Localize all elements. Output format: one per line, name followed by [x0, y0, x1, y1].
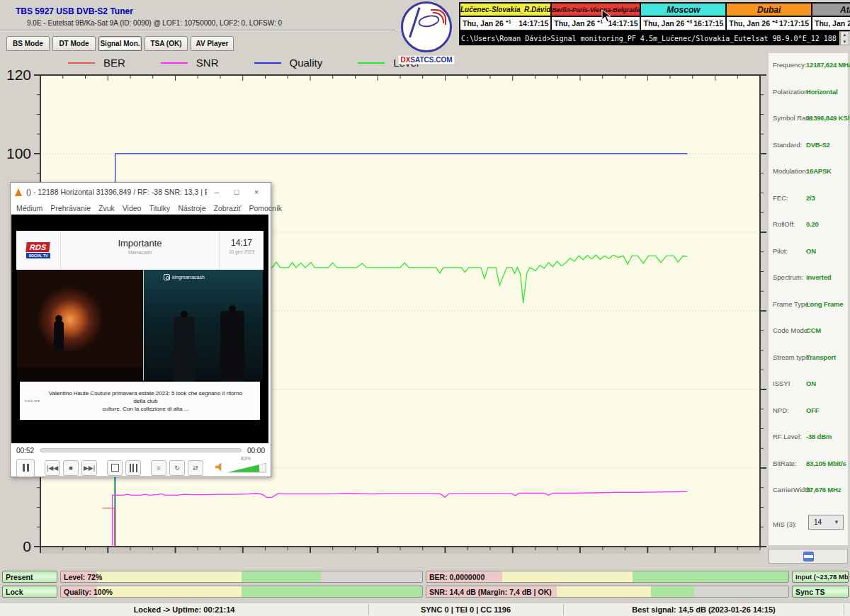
caption-line: Valentino Haute Couture primavera estate… — [45, 389, 246, 405]
scroll-up-icon[interactable]: ▲ — [843, 32, 847, 38]
silhouette-figure — [54, 321, 64, 350]
y-tick-label: 120 — [0, 66, 31, 84]
clock-date: Thu, Jan 26 — [554, 19, 595, 28]
param-value: CCM — [806, 326, 821, 334]
param-row: Pilot:ON — [769, 247, 848, 257]
param-value: DVB-S2 — [806, 141, 830, 149]
video-frames: kingmarracash — [17, 270, 263, 380]
clock-city-name: Moscow — [641, 4, 725, 17]
legend-item-ber: BER — [68, 57, 125, 69]
vlc-player-window[interactable]: () - 12188 Horizontal 31396,849 / RF: -3… — [10, 182, 271, 477]
param-row: Polarization:Horizontal — [769, 88, 848, 98]
menu-item-video[interactable]: Video — [123, 204, 142, 212]
utc-offset: +3 — [686, 19, 692, 24]
param-label: Standard: — [773, 141, 802, 149]
legend-item-quality: Quality — [254, 57, 323, 69]
seek-slider[interactable] — [40, 448, 242, 452]
param-row: Spectrum:Inverted — [769, 273, 848, 283]
rds-social-tv-logo: RDS SOCIAL TV — [16, 231, 61, 270]
menu-item-prehrvanie[interactable]: Prehrávanie — [50, 204, 91, 212]
status-divider — [368, 604, 369, 615]
param-row: Standard:DVB-S2 — [769, 141, 848, 151]
terminal-scrollbar[interactable]: ▲▼ — [840, 31, 849, 45]
clock-city-name: Dubai — [727, 4, 811, 17]
y-tick-label: 0 — [0, 537, 31, 556]
param-value: 16APSK — [806, 167, 832, 175]
param-value: 31396,849 KS/s — [806, 114, 850, 122]
close-button[interactable]: × — [246, 188, 266, 196]
param-label: Pilot: — [773, 247, 788, 255]
pause-button[interactable] — [16, 459, 35, 477]
volume-slider[interactable] — [227, 463, 266, 473]
param-label: Stream type: — [773, 353, 811, 361]
legend-swatch — [254, 62, 281, 64]
playlist-button[interactable]: ≡ — [151, 460, 166, 476]
param-value: 12187,624 MHz — [806, 61, 850, 69]
param-row: Symbol Rate:31396,849 KS/s — [769, 114, 848, 124]
rds-logo-red: RDS — [26, 242, 51, 252]
param-label: Spectrum: — [773, 273, 803, 281]
param-row: BitRate:83,105 Mbit/s — [769, 460, 848, 469]
elapsed-time: 00:52 — [16, 447, 34, 455]
param-row: Stream type:Transport — [769, 353, 848, 363]
volume-percent: 83% — [241, 456, 251, 461]
mis-dropdown[interactable]: 14 ▼ — [808, 515, 844, 530]
minimize-button[interactable]: – — [207, 188, 227, 196]
utc-offset: +4 — [772, 19, 778, 24]
equalizer-button[interactable] — [125, 460, 141, 476]
menu-item-nstroje[interactable]: Nástroje — [178, 204, 205, 212]
clock-2: Berlin-Paris-Vienna-BelgradeThu, Jan 26+… — [552, 4, 641, 30]
dxsatcs-logo: DXSATCS.COM — [394, 1, 459, 62]
param-label: Modulation: — [773, 167, 808, 175]
caption-band: VOGUE Valentino Haute Couture primavera … — [20, 382, 260, 420]
clock-city-name: Berlin-Paris-Vienna-Belgrade — [552, 4, 640, 17]
logo-ring — [401, 1, 452, 52]
menu-item-mdium[interactable]: Médium — [16, 204, 42, 212]
tbs-tuner-app: TBS 5927 USB DVB-S2 Tuner 9.0E - Eutelsa… — [0, 0, 850, 616]
video-frame-sunset — [17, 270, 143, 380]
legend-item-snr: SNR — [161, 57, 219, 69]
tab-dt-mode[interactable]: DT Mode — [52, 36, 96, 51]
status-bar: Locked -> Uptime: 00:21:14 SYNC 0 | TEI … — [0, 602, 850, 616]
chevron-down-icon: ▼ — [834, 519, 843, 525]
loop-button[interactable]: ↻ — [169, 460, 185, 476]
logo-text: DXSATCS.COM — [398, 55, 454, 64]
menu-item-pomocnk[interactable]: Pomocník — [249, 204, 282, 212]
legend-swatch — [161, 62, 188, 64]
param-value: Long Frame — [806, 300, 843, 308]
clock-3: MoscowThu, Jan 26+316:17:15 — [641, 4, 727, 30]
param-label: Polarization: — [773, 88, 810, 96]
mouse-cursor — [601, 9, 611, 23]
input-indicator: Input (~23,78 Mbps) — [792, 571, 849, 583]
menu-item-titulky[interactable]: Titulky — [149, 204, 170, 212]
param-value: ON — [806, 380, 816, 387]
tab-signal-mon-[interactable]: Signal Mon. — [98, 36, 142, 51]
shuffle-button[interactable]: ⇄ — [188, 460, 203, 476]
menu-item-zobrazi[interactable]: Zobraziť — [213, 204, 241, 212]
tab-av-player[interactable]: AV Player — [191, 36, 234, 51]
tab-tsa-ok-[interactable]: TSA (OK) — [144, 36, 188, 51]
command-prompt[interactable]: C:\Users\Roman Dávid>Signal monitoring_P… — [459, 31, 839, 45]
vlc-titlebar[interactable]: () - 12188 Horizontal 31396,849 / RF: -3… — [11, 183, 271, 201]
clock-date: Thu, Jan 26 — [815, 19, 850, 28]
legend-label: Quality — [290, 57, 323, 69]
param-row: RollOff:0.20 — [769, 220, 848, 230]
volume-control[interactable]: 83% — [215, 463, 271, 473]
param-value: 0.20 — [806, 220, 819, 228]
mis-label: MIS (3): — [773, 520, 797, 528]
param-row: CarrierWidth:37,676 MHz — [769, 486, 848, 496]
maximize-button[interactable]: □ — [227, 188, 246, 196]
fullscreen-button[interactable] — [107, 460, 123, 476]
next-button[interactable]: ▶▶| — [81, 460, 97, 476]
menu-item-zvuk[interactable]: Zvuk — [98, 204, 115, 212]
present-indicator: Present — [2, 571, 57, 583]
tab-bar: BS ModeDT ModeSignal Mon.TSA (OK)AV Play… — [6, 36, 234, 51]
stop-button[interactable]: ■ — [63, 460, 79, 476]
scroll-down-icon[interactable]: ▼ — [843, 39, 847, 45]
video-area[interactable]: RDS SOCIAL TV Importante Marracash 14:17… — [11, 215, 268, 443]
previous-button[interactable]: |◀◀ — [45, 460, 60, 476]
instagram-icon — [164, 274, 170, 280]
tab-bs-mode[interactable]: BS Mode — [6, 36, 50, 51]
sidebar-tool-button[interactable] — [769, 549, 848, 564]
param-row: ISSYION — [769, 380, 848, 389]
